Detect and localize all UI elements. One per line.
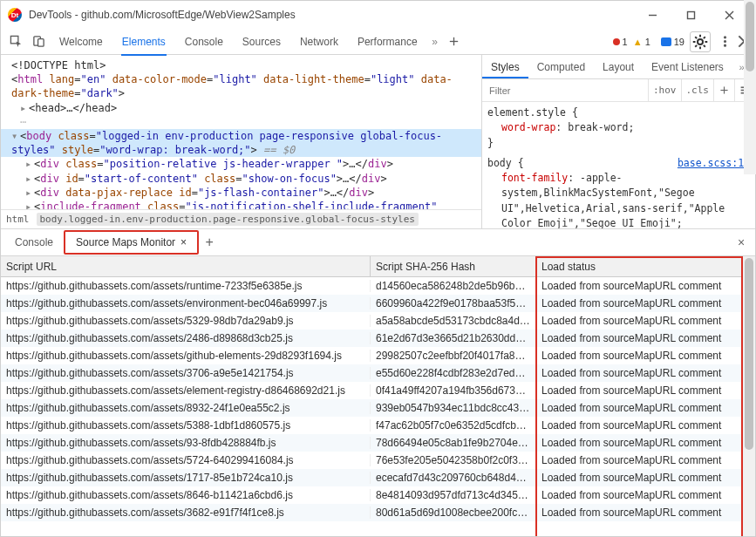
table-scrollbar[interactable] [743, 256, 755, 536]
crumb-body[interactable]: body.logged-in.env-production.page-respo… [37, 213, 419, 226]
drawer-tab-source-maps-monitor[interactable]: Source Maps Monitor × [64, 230, 199, 255]
upper-panels: <!DOCTYPE html><html lang="en" data-colo… [1, 55, 755, 229]
svg-point-11 [724, 41, 725, 43]
table-row[interactable]: https://github.githubassets.com/assets/5… [1, 452, 755, 469]
crumb-html[interactable]: html [6, 214, 30, 225]
table-row[interactable]: https://github.githubassets.com/assets/9… [1, 434, 755, 452]
settings-icon[interactable] [690, 31, 711, 52]
cls-toggle[interactable]: .cls [681, 79, 714, 101]
tab-welcome[interactable]: Welcome [50, 29, 112, 55]
table-row[interactable]: https://github.githubassets.com/assets/r… [1, 277, 755, 295]
styles-tab-layout[interactable]: Layout [594, 55, 643, 78]
app-icon: Dt [8, 8, 22, 22]
styles-panel: StylesComputedLayoutEvent Listeners» :ho… [481, 55, 755, 228]
main-toolbar: WelcomeElementsConsoleSourcesNetworkPerf… [1, 29, 755, 55]
hover-toggle[interactable]: :hov [648, 79, 681, 101]
table-body: https://github.githubassets.com/assets/r… [1, 277, 755, 521]
main-tabs: WelcomeElementsConsoleSourcesNetworkPerf… [50, 29, 427, 55]
tab-console[interactable]: Console [175, 29, 233, 55]
styles-filter-row: :hov .cls [482, 79, 755, 102]
table-row[interactable]: https://github.githubassets.com/assets/1… [1, 469, 755, 486]
table-row[interactable]: https://github.githubassets.com/assets/3… [1, 504, 755, 521]
device-toggle-icon[interactable] [27, 31, 50, 53]
more-options-icon[interactable] [713, 31, 736, 53]
new-style-rule-icon[interactable] [713, 79, 734, 101]
tab-sources[interactable]: Sources [233, 29, 290, 55]
drawer-tabs: Console Source Maps Monitor × + × [1, 229, 755, 256]
drawer-tab-console[interactable]: Console [4, 230, 64, 255]
close-tab-icon[interactable]: × [180, 230, 187, 255]
message-count[interactable]: 19 [661, 37, 684, 47]
svg-rect-1 [687, 11, 694, 18]
tab-performance[interactable]: Performance [348, 29, 427, 55]
drawer-close-icon[interactable]: × [731, 235, 752, 249]
styles-filter-input[interactable] [482, 79, 648, 101]
table-row[interactable]: https://github.githubassets.com/assets/e… [1, 295, 755, 312]
table-row[interactable]: https://github.githubassets.com/assets/g… [1, 347, 755, 364]
table-row[interactable]: https://github.githubassets.com/assets/2… [1, 330, 755, 347]
table-header: Script URL Script SHA-256 Hash Load stat… [1, 256, 755, 277]
elements-dom-tree[interactable]: <!DOCTYPE html><html lang="en" data-colo… [1, 55, 481, 228]
drawer-new-tab-icon[interactable]: + [199, 235, 220, 250]
svg-point-9 [698, 38, 703, 44]
window-titlebar: Dt DevTools - github.com/MicrosoftEdge/W… [1, 1, 755, 29]
table-row[interactable]: https://github.githubassets.com/assets/5… [1, 312, 755, 330]
col-script-hash[interactable]: Script SHA-256 Hash [371, 256, 536, 276]
styles-tabs: StylesComputedLayoutEvent Listeners» [482, 55, 755, 79]
col-load-status[interactable]: Load status [536, 256, 755, 276]
styles-tab-computed[interactable]: Computed [528, 55, 594, 78]
drawer: Console Source Maps Monitor × + × Script… [1, 229, 755, 536]
svg-point-10 [724, 37, 725, 38]
svg-rect-6 [37, 39, 44, 46]
source-maps-table: Script URL Script SHA-256 Hash Load stat… [1, 256, 755, 536]
window-close-button[interactable] [710, 1, 748, 29]
tab-network[interactable]: Network [290, 29, 348, 55]
tab-elements[interactable]: Elements [112, 29, 175, 55]
svg-point-12 [724, 44, 725, 46]
tabs-overflow-icon[interactable]: » [427, 36, 443, 48]
table-row[interactable]: https://github.githubassets.com/assets/3… [1, 364, 755, 382]
table-row[interactable]: https://github.githubassets.com/assets/8… [1, 399, 755, 417]
styles-tab-event-listeners[interactable]: Event Listeners [643, 55, 732, 78]
styles-tab-styles[interactable]: Styles [482, 55, 528, 78]
new-tab-button[interactable] [443, 31, 466, 53]
inspect-element-icon[interactable] [4, 31, 27, 53]
dom-breadcrumb[interactable]: html body.logged-in.env-production.page-… [1, 209, 481, 228]
col-script-url[interactable]: Script URL [1, 256, 371, 276]
window-minimize-button[interactable] [633, 1, 671, 29]
table-row[interactable]: https://github.githubassets.com/assets/8… [1, 486, 755, 504]
warning-count[interactable]: ▲1 [633, 37, 650, 47]
styles-rules[interactable]: element.style {word-wrap: break-word;}bo… [482, 102, 755, 228]
table-row[interactable]: https://github.githubassets.com/assets/5… [1, 417, 755, 434]
styles-scrollbar[interactable] [744, 0, 756, 174]
drawer-tab-label: Source Maps Monitor [76, 230, 175, 255]
window-maximize-button[interactable] [671, 1, 710, 29]
window-title: DevTools - github.com/MicrosoftEdge/WebV… [29, 9, 633, 21]
error-count[interactable]: 1 [613, 37, 628, 47]
table-row[interactable]: https://github.githubassets.com/assets/e… [1, 382, 755, 399]
